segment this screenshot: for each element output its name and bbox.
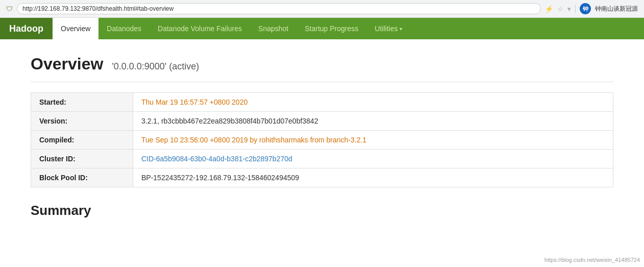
navbar: Hadoop Overview Datanodes Datanode Volum… xyxy=(0,18,644,39)
table-value-cell: CID-6a5b9084-63b0-4a0d-b381-c2b2897b270d xyxy=(133,150,613,168)
table-row: Version:3.2.1, rb3cbbb467e22ea829b3808f4… xyxy=(31,112,613,131)
table-label-cell: Block Pool ID: xyxy=(31,168,133,187)
url-bar[interactable]: http://192.168.79.132:9870/dfshealth.htm… xyxy=(17,3,541,14)
table-row: Compiled:Tue Sep 10 23:56:00 +0800 2019 … xyxy=(31,131,613,150)
table-row: Started:Thu Mar 19 16:57:57 +0800 2020 xyxy=(31,93,613,112)
nav-item-datanode-volume-failures[interactable]: Datanode Volume Failures xyxy=(150,18,250,39)
navbar-brand[interactable]: Hadoop xyxy=(0,18,53,39)
table-label-cell: Cluster ID: xyxy=(31,150,133,168)
shield-icon: 🛡 xyxy=(6,5,13,13)
lightning-icon[interactable]: ⚡ xyxy=(545,5,553,13)
divider xyxy=(31,82,613,82)
nav-item-datanodes[interactable]: Datanodes xyxy=(98,18,150,39)
table-value-cell: Tue Sep 10 23:56:00 +0800 2019 by rohith… xyxy=(133,131,613,150)
browser-chrome: 🛡 http://192.168.79.132:9870/dfshealth.h… xyxy=(0,0,644,18)
nav-item-startup-progress[interactable]: Startup Progress xyxy=(296,18,366,39)
url-text: http://192.168.79.132:9870/dfshealth.htm… xyxy=(22,5,174,12)
user-label: 钟南山谈新冠源 xyxy=(595,5,638,13)
info-table: Started:Thu Mar 19 16:57:57 +0800 2020Ve… xyxy=(31,92,613,187)
star-icon[interactable]: ☆ xyxy=(557,5,563,13)
nav-item-overview[interactable]: Overview xyxy=(53,18,98,39)
nav-item-utilities[interactable]: Utilities ▾ xyxy=(366,18,410,39)
table-value-cell: Thu Mar 19 16:57:57 +0800 2020 xyxy=(133,93,613,112)
utilities-dropdown-arrow: ▾ xyxy=(400,26,402,32)
table-label-cell: Version: xyxy=(31,112,133,131)
table-row: Block Pool ID:BP-1522435272-192.168.79.1… xyxy=(31,168,613,187)
table-label-cell: Started: xyxy=(31,93,133,112)
table-label-cell: Compiled: xyxy=(31,131,133,150)
nav-item-snapshot[interactable]: Snapshot xyxy=(250,18,296,39)
table-value-cell: BP-1522435272-192.168.79.132-15846024945… xyxy=(133,168,613,187)
user-avatar[interactable]: 钟 xyxy=(580,3,591,14)
main-content: Overview '0.0.0.0:9000' (active) Started… xyxy=(0,39,644,234)
browser-actions: ⚡ ☆ ▾ 钟 钟南山谈新冠源 xyxy=(545,3,638,14)
table-value-cell: 3.2.1, rb3cbbb467e22ea829b3808f4b7b01d07… xyxy=(133,112,613,131)
table-row: Cluster ID:CID-6a5b9084-63b0-4a0d-b381-c… xyxy=(31,150,613,168)
page-subtitle: '0.0.0.0:9000' (active) xyxy=(112,61,199,71)
page-title: Overview '0.0.0.0:9000' (active) xyxy=(31,55,613,74)
menu-icon[interactable]: ▾ xyxy=(567,5,571,13)
summary-title: Summary xyxy=(31,203,613,219)
